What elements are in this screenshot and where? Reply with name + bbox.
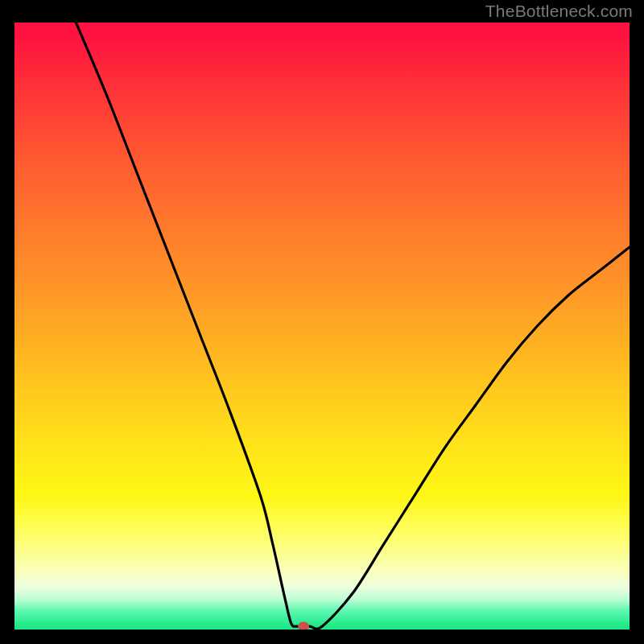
optimal-point-marker bbox=[298, 621, 309, 630]
plot-area bbox=[14, 23, 630, 630]
bottleneck-curve bbox=[76, 23, 630, 629]
curve-svg bbox=[14, 23, 630, 630]
watermark-text: TheBottleneck.com bbox=[485, 2, 633, 21]
chart-frame: TheBottleneck.com bbox=[0, 0, 644, 644]
